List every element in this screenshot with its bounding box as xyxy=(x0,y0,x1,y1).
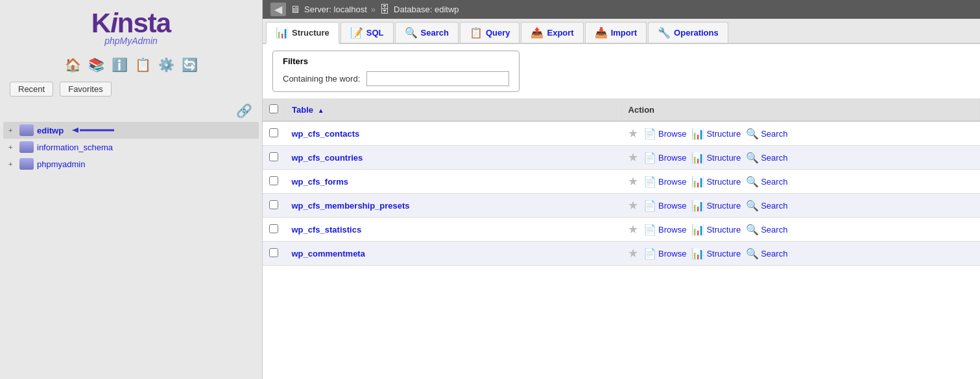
structure-btn-wp_cfs_countries[interactable]: 📊 Structure xyxy=(691,152,741,164)
tree-item-information-schema[interactable]: + information_schema xyxy=(3,139,259,155)
row-checkbox-4[interactable] xyxy=(269,224,278,233)
table-row: wp_cfs_contacts★📄 Browse📊 Structure🔍 Sea… xyxy=(263,121,980,146)
browse-btn-wp_cfs_contacts[interactable]: 📄 Browse xyxy=(643,128,686,140)
book-icon[interactable]: 📚 xyxy=(87,56,105,74)
row-checkbox-2[interactable] xyxy=(269,176,278,185)
sidebar-nav: Recent Favorites xyxy=(0,82,262,97)
search-btn-wp_cfs_statistics[interactable]: 🔍 Search xyxy=(746,224,787,236)
tab-import-label: Import xyxy=(611,28,637,38)
tab-export[interactable]: 📤 Export xyxy=(521,22,583,43)
info-icon[interactable]: ℹ️ xyxy=(110,56,128,74)
structure-btn-wp_cfs_statistics[interactable]: 📊 Structure xyxy=(691,224,741,236)
row-checkbox-0[interactable] xyxy=(269,128,278,137)
browse-icon: 📄 xyxy=(643,247,656,260)
structure-btn-wp_commentmeta[interactable]: 📊 Structure xyxy=(691,247,741,260)
browse-btn-wp_cfs_forms[interactable]: 📄 Browse xyxy=(643,176,686,188)
back-button[interactable]: ◀ xyxy=(270,3,286,16)
star-icon-wp_cfs_statistics[interactable]: ★ xyxy=(628,222,638,236)
tab-operations[interactable]: 🔧 Operations xyxy=(648,22,728,43)
structure-btn-wp_cfs_forms[interactable]: 📊 Structure xyxy=(691,176,741,188)
browse-btn-wp_cfs_countries[interactable]: 📄 Browse xyxy=(643,152,686,164)
recent-button[interactable]: Recent xyxy=(10,82,53,97)
filter-input[interactable] xyxy=(366,71,509,86)
search-btn-wp_cfs_contacts[interactable]: 🔍 Search xyxy=(746,128,787,140)
actions-container: ★📄 Browse📊 Structure🔍 Search xyxy=(628,150,973,165)
star-icon-wp_cfs_forms[interactable]: ★ xyxy=(628,174,638,189)
star-icon-wp_commentmeta[interactable]: ★ xyxy=(628,246,638,260)
select-all-checkbox[interactable] xyxy=(269,104,278,113)
tab-import[interactable]: 📥 Import xyxy=(585,22,647,43)
table-link-wp_cfs_contacts[interactable]: wp_cfs_contacts xyxy=(292,129,360,139)
table-link-wp_cfs_membership_presets[interactable]: wp_cfs_membership_presets xyxy=(292,201,410,211)
row-actions-cell: ★📄 Browse📊 Structure🔍 Search xyxy=(621,242,979,266)
search-btn-wp_cfs_countries[interactable]: 🔍 Search xyxy=(746,152,787,164)
tables-table: Table ▲ Action wp_cfs_contacts★📄 Browse📊… xyxy=(263,99,980,266)
col-select xyxy=(263,99,285,121)
tree-item-editwp[interactable]: + editwp xyxy=(3,122,259,139)
tab-sql[interactable]: 📝 SQL xyxy=(341,22,394,43)
favorites-button[interactable]: Favorites xyxy=(60,82,111,97)
tab-sql-label: SQL xyxy=(366,28,384,38)
db-label-information-schema[interactable]: information_schema xyxy=(37,143,113,152)
tab-search[interactable]: 🔍 Search xyxy=(395,22,459,43)
search-btn-wp_cfs_forms[interactable]: 🔍 Search xyxy=(746,176,787,188)
tree-item-phpmyadmin[interactable]: + phpmyadmin xyxy=(3,155,259,172)
structure-btn-wp_cfs_contacts[interactable]: 📊 Structure xyxy=(691,128,741,140)
tabs-bar: 📊 Structure 📝 SQL 🔍 Search 📋 Query 📤 Exp… xyxy=(263,19,980,44)
db-label-phpmyadmin[interactable]: phpmyadmin xyxy=(37,159,85,169)
tab-query[interactable]: 📋 Query xyxy=(460,22,520,43)
row-actions-cell: ★📄 Browse📊 Structure🔍 Search xyxy=(621,146,979,170)
search-btn-wp_commentmeta[interactable]: 🔍 Search xyxy=(746,247,787,260)
star-icon-wp_cfs_countries[interactable]: ★ xyxy=(628,150,638,165)
row-actions-cell: ★📄 Browse📊 Structure🔍 Search xyxy=(621,218,979,242)
col-table[interactable]: Table ▲ xyxy=(285,99,622,121)
search-icon: 🔍 xyxy=(746,176,759,188)
expand-information-schema[interactable]: + xyxy=(8,143,16,151)
search-icon: 🔍 xyxy=(746,152,759,164)
table-link-wp_cfs_statistics[interactable]: wp_cfs_statistics xyxy=(292,225,362,235)
tab-search-label: Search xyxy=(421,28,449,38)
search-icon: 🔍 xyxy=(746,200,759,212)
star-icon-wp_cfs_membership_presets[interactable]: ★ xyxy=(628,198,638,212)
structure-icon: 📊 xyxy=(691,128,704,140)
link-icon[interactable]: 🔗 xyxy=(236,103,252,119)
table-link-wp_cfs_forms[interactable]: wp_cfs_forms xyxy=(292,177,348,187)
browse-icon: 📄 xyxy=(643,176,656,188)
sidebar: Kinsta phpMyAdmin 🏠 📚 ℹ️ 📋 ⚙️ 🔄 Recent F… xyxy=(0,0,263,379)
expand-editwp[interactable]: + xyxy=(8,126,16,134)
table-row: wp_cfs_forms★📄 Browse📊 Structure🔍 Search xyxy=(263,170,980,194)
import-tab-icon: 📥 xyxy=(595,27,608,39)
row-checkbox-3[interactable] xyxy=(269,200,278,209)
expand-phpmyadmin[interactable]: + xyxy=(8,160,16,168)
table-link-wp_commentmeta[interactable]: wp_commentmeta xyxy=(292,249,365,258)
refresh-icon[interactable]: 🔄 xyxy=(180,56,198,74)
sql-tab-icon: 📝 xyxy=(350,27,363,39)
export-tab-icon: 📤 xyxy=(531,27,544,39)
tab-query-label: Query xyxy=(486,28,510,38)
browse-btn-wp_commentmeta[interactable]: 📄 Browse xyxy=(643,247,686,260)
row-actions-cell: ★📄 Browse📊 Structure🔍 Search xyxy=(621,170,979,194)
row-checkbox-1[interactable] xyxy=(269,152,278,161)
home-icon[interactable]: 🏠 xyxy=(64,56,82,74)
row-checkbox-5[interactable] xyxy=(269,248,278,257)
browse-btn-wp_cfs_membership_presets[interactable]: 📄 Browse xyxy=(643,200,686,212)
sidebar-icon-row: 🏠 📚 ℹ️ 📋 ⚙️ 🔄 xyxy=(64,56,198,74)
breadcrumb-server: Server: localhost xyxy=(304,5,367,14)
breadcrumb-database: Database: editwp xyxy=(394,5,459,14)
structure-btn-wp_cfs_membership_presets[interactable]: 📊 Structure xyxy=(691,200,741,212)
settings-icon[interactable]: ⚙️ xyxy=(157,56,175,74)
structure-icon: 📊 xyxy=(691,200,704,212)
star-icon-wp_cfs_contacts[interactable]: ★ xyxy=(628,126,638,141)
db-label-editwp[interactable]: editwp xyxy=(37,126,64,135)
structure-icon: 📊 xyxy=(691,152,704,164)
row-tablename-cell: wp_cfs_membership_presets xyxy=(285,194,622,218)
tab-structure[interactable]: 📊 Structure xyxy=(266,22,339,44)
search-btn-wp_cfs_membership_presets[interactable]: 🔍 Search xyxy=(746,200,787,212)
table-link-wp_cfs_countries[interactable]: wp_cfs_countries xyxy=(292,153,363,163)
browse-btn-wp_cfs_statistics[interactable]: 📄 Browse xyxy=(643,224,686,236)
search-icon: 🔍 xyxy=(746,247,759,260)
query-tab-icon: 📋 xyxy=(470,27,483,39)
clipboard-icon[interactable]: 📋 xyxy=(134,56,152,74)
actions-container: ★📄 Browse📊 Structure🔍 Search xyxy=(628,246,973,260)
breadcrumb-bar: ◀ 🖥 Server: localhost » 🗄 Database: edit… xyxy=(263,0,980,19)
